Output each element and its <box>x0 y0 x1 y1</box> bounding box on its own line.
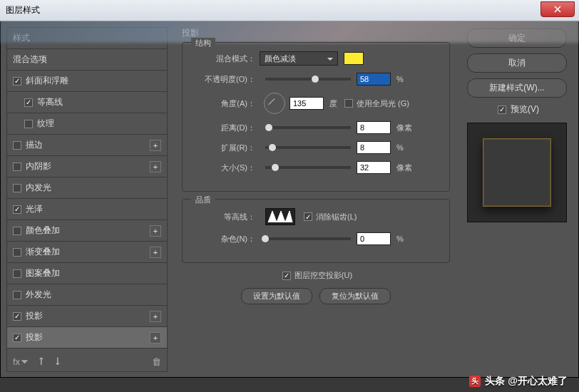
add-effect-button[interactable]: + <box>150 332 161 344</box>
contour-label: 等高线： <box>190 212 260 222</box>
spread-input[interactable]: 8 <box>357 141 391 154</box>
watermark: 头 头条 @开心太难了 <box>469 375 568 388</box>
style-item-6[interactable]: 光泽 <box>7 199 167 220</box>
style-label: 投影 <box>26 310 43 322</box>
opacity-input[interactable]: 58 <box>357 73 391 86</box>
contour-icon <box>267 210 294 224</box>
style-item-11[interactable]: 投影+ <box>7 306 167 327</box>
contour-preset[interactable] <box>265 208 295 225</box>
style-item-3[interactable]: 描边+ <box>7 135 167 156</box>
structure-legend: 结构 <box>191 38 215 48</box>
add-effect-button[interactable]: + <box>150 225 161 237</box>
knockout-checkbox[interactable]: 图层挖空投影(U) <box>282 270 352 281</box>
settings-panel: 投影 结构 混合模式： 颜色减淡 不透明度(O)： 58 % 角度(A)： 13… <box>173 21 458 377</box>
style-label: 外发光 <box>26 289 51 301</box>
opacity-label: 不透明度(O)： <box>190 74 260 85</box>
quality-fieldset: 品质 等高线： 消除锯齿(L) 杂色(N)： 0 % <box>182 199 450 263</box>
styles-panel: 样式 混合选项 斜面和浮雕等高线纹理描边+内阴影+内发光光泽颜色叠加+渐变叠加+… <box>1 21 173 377</box>
size-input[interactable]: 32 <box>357 161 391 174</box>
distance-label: 距离(D)： <box>190 123 260 133</box>
style-checkbox[interactable] <box>13 77 21 86</box>
add-effect-button[interactable]: + <box>150 161 161 172</box>
arrow-down-icon[interactable]: 🠗 <box>53 356 62 367</box>
style-item-0[interactable]: 斜面和浮雕 <box>7 71 167 92</box>
size-label: 大小(S)： <box>190 163 260 173</box>
noise-label: 杂色(N)： <box>190 234 260 244</box>
style-item-7[interactable]: 颜色叠加+ <box>7 220 167 242</box>
style-label: 投影 <box>26 331 43 344</box>
structure-fieldset: 结构 混合模式： 颜色减淡 不透明度(O)： 58 % 角度(A)： 135 度… <box>182 42 450 192</box>
style-item-10[interactable]: 外发光 <box>7 284 167 306</box>
style-item-5[interactable]: 内发光 <box>7 177 167 199</box>
quality-legend: 品质 <box>191 195 215 205</box>
set-default-button[interactable]: 设置为默认值 <box>241 288 312 304</box>
noise-input[interactable]: 0 <box>357 232 391 245</box>
style-label: 内发光 <box>26 182 51 194</box>
preview-box <box>467 123 567 222</box>
style-checkbox[interactable] <box>13 205 21 214</box>
style-item-1[interactable]: 等高线 <box>7 92 167 113</box>
window-title: 图层样式 <box>0 4 40 16</box>
style-checkbox[interactable] <box>13 334 21 342</box>
style-checkbox[interactable] <box>13 269 21 278</box>
style-checkbox[interactable] <box>13 163 21 171</box>
style-label: 渐变叠加 <box>26 246 60 258</box>
add-effect-button[interactable]: + <box>150 247 161 258</box>
action-panel: 确定 取消 新建样式(W)... 预览(V) <box>458 21 578 377</box>
style-label: 光泽 <box>26 203 43 215</box>
style-checkbox[interactable] <box>13 291 21 299</box>
style-label: 纹理 <box>37 118 54 130</box>
add-effect-button[interactable]: + <box>150 311 161 322</box>
style-label: 斜面和浮雕 <box>26 75 68 87</box>
spread-label: 扩展(R)： <box>190 143 260 153</box>
style-checkbox[interactable] <box>13 141 21 150</box>
preview-checkbox[interactable]: 预览(V) <box>467 103 570 115</box>
distance-input[interactable]: 8 <box>357 121 391 134</box>
opacity-slider[interactable] <box>265 78 351 81</box>
style-item-12[interactable]: 投影+ <box>7 327 167 349</box>
style-item-2[interactable]: 纹理 <box>7 113 167 135</box>
styles-footer: fx⏷ 🠕 🠗 🗑 <box>7 352 167 371</box>
cancel-button[interactable]: 取消 <box>467 53 567 73</box>
titlebar: 图层样式 <box>0 0 579 21</box>
style-checkbox[interactable] <box>24 98 33 107</box>
style-checkbox[interactable] <box>13 312 21 321</box>
angle-dial[interactable] <box>264 93 285 114</box>
antialias-checkbox[interactable]: 消除锯齿(L) <box>304 212 357 222</box>
style-checkbox[interactable] <box>13 248 21 257</box>
style-item-9[interactable]: 图案叠加 <box>7 263 167 284</box>
watermark-icon: 头 <box>469 376 481 387</box>
style-label: 内阴影 <box>26 160 51 172</box>
close-button[interactable] <box>540 1 575 17</box>
style-item-4[interactable]: 内阴影+ <box>7 156 167 177</box>
new-style-button[interactable]: 新建样式(W)... <box>467 78 567 98</box>
style-label: 等高线 <box>37 96 63 108</box>
distance-slider[interactable] <box>265 126 351 129</box>
fx-icon[interactable]: fx⏷ <box>13 356 29 367</box>
arrow-up-icon[interactable]: 🠕 <box>36 356 46 367</box>
style-checkbox[interactable] <box>24 120 33 128</box>
angle-input[interactable]: 135 <box>290 97 324 110</box>
blend-mode-select[interactable]: 颜色减淡 <box>260 51 338 66</box>
close-icon <box>554 6 561 13</box>
spread-slider[interactable] <box>265 146 351 149</box>
preview-swatch <box>483 138 551 207</box>
style-label: 颜色叠加 <box>26 225 60 237</box>
reset-default-button[interactable]: 复位为默认值 <box>319 288 391 304</box>
blend-mode-label: 混合模式： <box>190 53 260 64</box>
blending-options[interactable]: 混合选项 <box>7 49 167 71</box>
style-label: 图案叠加 <box>26 267 60 279</box>
size-slider[interactable] <box>265 166 351 169</box>
style-label: 描边 <box>26 139 43 151</box>
shadow-color-swatch[interactable] <box>344 52 364 65</box>
style-checkbox[interactable] <box>13 184 21 192</box>
noise-slider[interactable] <box>265 237 351 240</box>
style-checkbox[interactable] <box>13 227 21 235</box>
add-effect-button[interactable]: + <box>150 140 161 151</box>
trash-icon[interactable]: 🗑 <box>152 356 161 367</box>
angle-label: 角度(A)： <box>190 98 260 109</box>
global-light-checkbox[interactable]: 使用全局光 (G) <box>344 98 409 109</box>
style-item-8[interactable]: 渐变叠加+ <box>7 242 167 263</box>
